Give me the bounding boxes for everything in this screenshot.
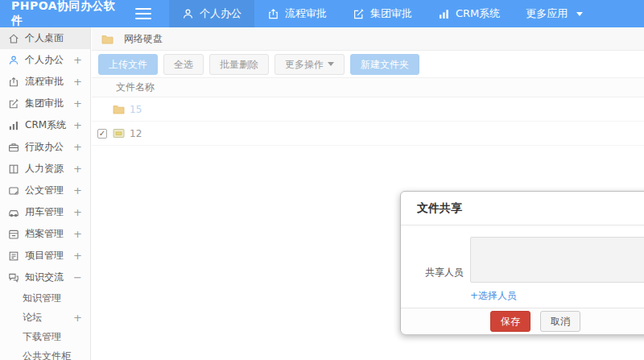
- expand-plus[interactable]: +: [73, 97, 82, 110]
- topnav-group-approval[interactable]: 集团审批: [340, 0, 425, 27]
- expand-plus[interactable]: +: [73, 206, 82, 218]
- sidebar-subitem-download-management[interactable]: 下载管理: [0, 327, 90, 346]
- sidebar-item-archive-management[interactable]: 档案管理 +: [0, 223, 90, 245]
- sidebar-subitem-forum[interactable]: 论坛 +: [0, 308, 90, 327]
- modal-title: 文件共享: [417, 201, 462, 216]
- expand-plus[interactable]: +: [73, 312, 82, 324]
- sidebar-item-label: 档案管理: [25, 227, 64, 241]
- project-icon: [8, 250, 19, 262]
- sidebar-item-workflow-approval[interactable]: 流程审批 +: [0, 71, 90, 93]
- topnav-label: CRM系统: [456, 6, 500, 21]
- folder-icon: [113, 104, 125, 114]
- archive-icon: [8, 229, 19, 240]
- approval-icon: [267, 8, 279, 20]
- topbar: PHPOA协同办公软件 个人办公 流程审批 集团审批 CRM系统: [0, 0, 644, 27]
- user-icon: [182, 8, 194, 20]
- topnav-label: 集团审批: [370, 6, 412, 21]
- topnav-label: 更多应用: [526, 6, 568, 21]
- new-folder-button[interactable]: 新建文件夹: [350, 54, 419, 75]
- expand-plus[interactable]: +: [73, 119, 82, 131]
- sidebar-item-human-resources[interactable]: 人力资源 +: [0, 158, 90, 180]
- sidebar-item-label: CRM系统: [25, 118, 66, 132]
- sidebar-item-admin-office[interactable]: 行政办公 +: [0, 136, 90, 158]
- sidebar-item-label: 个人办公: [25, 53, 64, 67]
- sidebar-item-label: 流程审批: [25, 75, 64, 89]
- cancel-button[interactable]: 取消: [540, 311, 580, 332]
- topnav-label: 流程审批: [285, 6, 327, 21]
- breadcrumb: 网络硬盘: [92, 27, 644, 51]
- expand-plus[interactable]: +: [73, 163, 82, 175]
- home-icon: [8, 33, 19, 44]
- sidebar-item-label: 人力资源: [25, 162, 64, 176]
- select-all-button[interactable]: 全选: [163, 54, 204, 75]
- sidebar-item-personal-office[interactable]: 个人办公 +: [0, 49, 90, 71]
- table-header: 文件名称: [92, 77, 644, 97]
- sidebar-item-crm-system[interactable]: CRM系统 +: [0, 114, 90, 136]
- sidebar-item-vehicle-management[interactable]: 用车管理 +: [0, 201, 90, 223]
- select-personnel-link[interactable]: +选择人员: [470, 289, 517, 303]
- document-icon: [8, 185, 19, 197]
- edit-icon: [8, 98, 19, 110]
- expand-plus[interactable]: +: [73, 76, 82, 88]
- chart-icon: [8, 120, 19, 131]
- hamburger-menu-icon[interactable]: [135, 8, 151, 19]
- chat-icon: [8, 272, 19, 283]
- sidebar-subitem-label: 知识管理: [23, 292, 61, 305]
- approval-icon: [8, 77, 19, 88]
- sidebar: 个人桌面 个人办公 + 流程审批 + 集团审批 + CRM系统 + 行政办公 +: [0, 27, 91, 360]
- sidebar-item-knowledge-exchange[interactable]: 知识交流 −: [0, 267, 90, 288]
- user-icon: [8, 55, 19, 66]
- file-name-link[interactable]: 12: [130, 128, 142, 139]
- file-share-modal: 文件共享 共享人员 +选择人员 保存 取消: [400, 191, 644, 334]
- top-navigation: 个人办公 流程审批 集团审批 CRM系统 更多应用: [169, 0, 596, 27]
- batch-delete-button[interactable]: 批量删除: [209, 54, 269, 75]
- sidebar-subitem-public-file-cabinet[interactable]: 公共文件柜: [0, 346, 90, 360]
- sidebar-item-document-management[interactable]: 公文管理 +: [0, 180, 90, 201]
- modal-body: 共享人员 +选择人员: [401, 226, 644, 308]
- expand-plus[interactable]: +: [73, 141, 82, 153]
- row-checkbox-checked[interactable]: ✓: [97, 129, 107, 139]
- sidebar-item-label: 项目管理: [25, 249, 64, 263]
- app-logo: PHPOA协同办公软件: [0, 0, 135, 28]
- caret-down-icon: [328, 62, 334, 66]
- zip-file-icon: [113, 128, 125, 139]
- column-file-name: 文件名称: [116, 81, 155, 94]
- expand-plus[interactable]: +: [73, 184, 82, 197]
- edit-icon: [353, 8, 365, 20]
- sidebar-item-label: 知识交流: [25, 271, 64, 284]
- share-personnel-field[interactable]: [470, 237, 644, 283]
- table-row[interactable]: ✓ 12: [92, 122, 644, 146]
- more-actions-button[interactable]: 更多操作: [275, 54, 345, 75]
- topnav-workflow-approval[interactable]: 流程审批: [254, 0, 340, 27]
- sidebar-subitem-label: 公共文件柜: [23, 350, 71, 360]
- topnav-label: 个人办公: [200, 6, 242, 21]
- sidebar-item-personal-desktop[interactable]: 个人桌面: [0, 27, 90, 49]
- sidebar-item-label: 公文管理: [25, 184, 64, 197]
- toolbar: 上传文件 全选 批量删除 更多操作 新建文件夹: [92, 51, 644, 77]
- topnav-personal-office[interactable]: 个人办公: [169, 0, 254, 27]
- breadcrumb-label: 网络硬盘: [124, 32, 163, 46]
- expand-minus[interactable]: −: [73, 271, 82, 283]
- caret-down-icon: [576, 12, 583, 16]
- briefcase-icon: [8, 142, 19, 153]
- sidebar-subitem-knowledge-management[interactable]: 知识管理: [0, 288, 90, 308]
- topnav-more-apps[interactable]: 更多应用: [513, 0, 596, 27]
- sidebar-subitem-label: 下载管理: [23, 330, 61, 344]
- sidebar-item-project-management[interactable]: 项目管理 +: [0, 245, 90, 267]
- sidebar-item-label: 行政办公: [25, 140, 64, 154]
- chart-icon: [438, 8, 450, 20]
- expand-plus[interactable]: +: [73, 54, 82, 66]
- modal-footer: 保存 取消: [401, 308, 644, 334]
- checkbox-cell: ✓: [92, 129, 113, 139]
- expand-plus[interactable]: +: [73, 228, 82, 240]
- table-row[interactable]: 15: [92, 97, 644, 122]
- expand-plus[interactable]: +: [73, 250, 82, 262]
- sidebar-item-label: 用车管理: [25, 205, 64, 219]
- folder-name-link[interactable]: 15: [130, 104, 142, 115]
- upload-file-button[interactable]: 上传文件: [98, 54, 158, 75]
- more-actions-label: 更多操作: [285, 60, 324, 69]
- topnav-crm-system[interactable]: CRM系统: [425, 0, 513, 27]
- sidebar-item-group-approval[interactable]: 集团审批 +: [0, 93, 90, 114]
- save-button[interactable]: 保存: [490, 311, 530, 332]
- share-personnel-label: 共享人员: [425, 266, 470, 279]
